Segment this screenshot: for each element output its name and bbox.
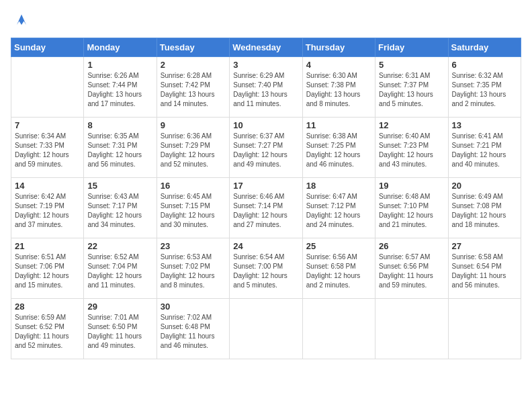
calendar-cell: 26Sunrise: 6:57 AMSunset: 6:56 PMDayligh… [375,238,448,299]
calendar-cell [230,299,302,359]
weekday-header-monday: Monday [84,38,157,57]
calendar-cell [375,299,448,359]
day-number: 14 [15,181,80,191]
calendar-cell: 16Sunrise: 6:45 AMSunset: 7:15 PMDayligh… [157,178,229,238]
day-number: 25 [306,241,371,251]
day-info: Sunrise: 6:48 AMSunset: 7:10 PMDaylight:… [379,192,444,230]
calendar-cell: 5Sunrise: 6:31 AMSunset: 7:37 PMDaylight… [375,57,448,118]
day-number: 2 [161,60,226,70]
day-number: 23 [161,241,226,251]
day-info: Sunrise: 6:42 AMSunset: 7:19 PMDaylight:… [15,192,80,230]
calendar-cell: 23Sunrise: 6:53 AMSunset: 7:02 PMDayligh… [157,238,229,299]
day-number: 1 [87,60,152,70]
day-info: Sunrise: 6:57 AMSunset: 6:56 PMDaylight:… [379,253,444,290]
calendar-cell: 7Sunrise: 6:34 AMSunset: 7:33 PMDaylight… [11,118,84,178]
calendar-cell: 15Sunrise: 6:43 AMSunset: 7:17 PMDayligh… [84,178,157,238]
day-number: 20 [452,181,517,191]
day-info: Sunrise: 6:54 AMSunset: 7:00 PMDaylight:… [233,253,298,290]
weekday-header-sunday: Sunday [11,38,84,57]
day-info: Sunrise: 6:45 AMSunset: 7:15 PMDaylight:… [161,192,226,230]
day-info: Sunrise: 6:40 AMSunset: 7:23 PMDaylight:… [379,132,444,169]
calendar-cell: 6Sunrise: 6:32 AMSunset: 7:35 PMDaylight… [448,57,521,118]
day-number: 13 [452,120,517,130]
day-info: Sunrise: 6:59 AMSunset: 6:52 PMDaylight:… [15,313,80,351]
calendar-cell: 30Sunrise: 7:02 AMSunset: 6:48 PMDayligh… [157,299,229,359]
day-number: 19 [379,181,444,191]
day-info: Sunrise: 6:36 AMSunset: 7:29 PMDaylight:… [161,132,226,169]
day-number: 10 [233,120,298,130]
weekday-header-thursday: Thursday [302,38,375,57]
calendar-table: SundayMondayTuesdayWednesdayThursdayFrid… [11,38,521,359]
calendar-cell: 4Sunrise: 6:30 AMSunset: 7:38 PMDaylight… [302,57,375,118]
week-row-1: 1Sunrise: 6:26 AMSunset: 7:44 PMDaylight… [11,57,521,118]
day-number: 4 [306,60,371,70]
day-number: 9 [161,120,226,130]
day-info: Sunrise: 6:51 AMSunset: 7:06 PMDaylight:… [15,253,80,290]
day-number: 29 [87,302,152,312]
day-number: 18 [306,181,371,191]
day-number: 11 [306,120,371,130]
calendar-cell: 24Sunrise: 6:54 AMSunset: 7:00 PMDayligh… [230,238,302,299]
day-info: Sunrise: 6:43 AMSunset: 7:17 PMDaylight:… [87,192,152,230]
day-info: Sunrise: 6:37 AMSunset: 7:27 PMDaylight:… [233,132,298,169]
calendar-cell: 20Sunrise: 6:49 AMSunset: 7:08 PMDayligh… [448,178,521,238]
calendar-cell: 12Sunrise: 6:40 AMSunset: 7:23 PMDayligh… [375,118,448,178]
day-info: Sunrise: 6:29 AMSunset: 7:40 PMDaylight:… [233,71,298,109]
day-info: Sunrise: 6:31 AMSunset: 7:37 PMDaylight:… [379,71,444,109]
weekday-header-wednesday: Wednesday [230,38,302,57]
calendar-cell [11,57,84,118]
day-number: 12 [379,120,444,130]
day-info: Sunrise: 6:47 AMSunset: 7:12 PMDaylight:… [306,192,371,230]
day-info: Sunrise: 6:32 AMSunset: 7:35 PMDaylight:… [452,71,517,109]
day-info: Sunrise: 6:49 AMSunset: 7:08 PMDaylight:… [452,192,517,230]
day-number: 28 [15,302,80,312]
page-header [11,11,521,30]
day-number: 3 [233,60,298,70]
day-info: Sunrise: 6:30 AMSunset: 7:38 PMDaylight:… [306,71,371,109]
weekday-header-row: SundayMondayTuesdayWednesdayThursdayFrid… [11,38,521,57]
day-number: 22 [87,241,152,251]
day-number: 7 [15,120,80,130]
week-row-3: 14Sunrise: 6:42 AMSunset: 7:19 PMDayligh… [11,178,521,238]
day-number: 5 [379,60,444,70]
calendar-cell: 9Sunrise: 6:36 AMSunset: 7:29 PMDaylight… [157,118,229,178]
day-info: Sunrise: 6:28 AMSunset: 7:42 PMDaylight:… [161,71,226,109]
day-info: Sunrise: 6:41 AMSunset: 7:21 PMDaylight:… [452,132,517,169]
day-info: Sunrise: 6:26 AMSunset: 7:44 PMDaylight:… [87,71,152,109]
day-number: 26 [379,241,444,251]
calendar-cell: 22Sunrise: 6:52 AMSunset: 7:04 PMDayligh… [84,238,157,299]
calendar-cell: 25Sunrise: 6:56 AMSunset: 6:58 PMDayligh… [302,238,375,299]
day-number: 15 [87,181,152,191]
day-info: Sunrise: 6:38 AMSunset: 7:25 PMDaylight:… [306,132,371,169]
weekday-header-tuesday: Tuesday [157,38,229,57]
day-number: 16 [161,181,226,191]
day-info: Sunrise: 6:53 AMSunset: 7:02 PMDaylight:… [161,253,226,290]
logo [11,11,31,30]
calendar-cell: 19Sunrise: 6:48 AMSunset: 7:10 PMDayligh… [375,178,448,238]
day-number: 21 [15,241,80,251]
day-info: Sunrise: 6:35 AMSunset: 7:31 PMDaylight:… [87,132,152,169]
day-number: 24 [233,241,298,251]
calendar-cell [302,299,375,359]
calendar-cell: 1Sunrise: 6:26 AMSunset: 7:44 PMDaylight… [84,57,157,118]
calendar-cell [448,299,521,359]
weekday-header-saturday: Saturday [448,38,521,57]
day-info: Sunrise: 6:46 AMSunset: 7:14 PMDaylight:… [233,192,298,230]
day-number: 6 [452,60,517,70]
day-number: 27 [452,241,517,251]
calendar-cell: 3Sunrise: 6:29 AMSunset: 7:40 PMDaylight… [230,57,302,118]
calendar-cell: 13Sunrise: 6:41 AMSunset: 7:21 PMDayligh… [448,118,521,178]
calendar-cell: 14Sunrise: 6:42 AMSunset: 7:19 PMDayligh… [11,178,84,238]
day-info: Sunrise: 7:01 AMSunset: 6:50 PMDaylight:… [87,313,152,351]
logo-icon [12,11,31,30]
week-row-2: 7Sunrise: 6:34 AMSunset: 7:33 PMDaylight… [11,118,521,178]
day-info: Sunrise: 7:02 AMSunset: 6:48 PMDaylight:… [161,313,226,351]
day-info: Sunrise: 6:56 AMSunset: 6:58 PMDaylight:… [306,253,371,290]
calendar-cell: 11Sunrise: 6:38 AMSunset: 7:25 PMDayligh… [302,118,375,178]
calendar-cell: 8Sunrise: 6:35 AMSunset: 7:31 PMDaylight… [84,118,157,178]
day-number: 8 [87,120,152,130]
calendar-cell: 27Sunrise: 6:58 AMSunset: 6:54 PMDayligh… [448,238,521,299]
calendar-cell: 10Sunrise: 6:37 AMSunset: 7:27 PMDayligh… [230,118,302,178]
calendar-cell: 21Sunrise: 6:51 AMSunset: 7:06 PMDayligh… [11,238,84,299]
week-row-4: 21Sunrise: 6:51 AMSunset: 7:06 PMDayligh… [11,238,521,299]
